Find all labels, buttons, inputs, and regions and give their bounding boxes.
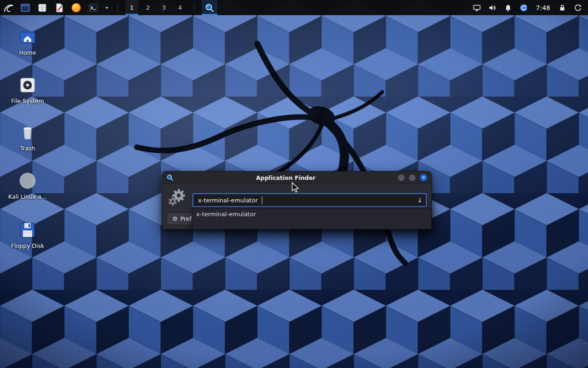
close-button[interactable]: ✕ (420, 174, 427, 181)
application-finder-panel-button[interactable] (202, 0, 217, 15)
updates-tray-button[interactable] (516, 0, 531, 15)
gear-icon: ⚙ (172, 215, 178, 222)
arrow-down-icon: ↓ (417, 196, 423, 204)
desktop-icon-home[interactable]: Home (6, 27, 50, 56)
trash-icon (17, 122, 38, 143)
session-logout-tray-button[interactable] (570, 0, 586, 15)
terminal-launcher[interactable] (86, 0, 100, 15)
close-icon: ✕ (422, 175, 425, 180)
application-finder-icon (166, 174, 174, 181)
desktop-icon-label: Home (6, 50, 50, 56)
search-icon (204, 3, 215, 13)
workspace-label: 4 (178, 4, 182, 11)
mouse-cursor (291, 182, 301, 193)
firefox-launcher[interactable] (69, 0, 83, 15)
desktop-icon-kali-linux[interactable]: Kali Linux a... (6, 171, 50, 200)
desktop-icon-label: Floppy Disk (6, 243, 50, 249)
workspace-label: 1 (130, 4, 134, 11)
top-panel: ▾ 1 2 3 4 (0, 0, 588, 15)
screen-lock-tray-button[interactable] (554, 0, 570, 15)
maximize-button[interactable] (409, 174, 416, 181)
terminal-dropdown-button[interactable]: ▾ (103, 0, 110, 15)
chevron-down-icon: ▾ (106, 5, 108, 10)
desktop-icon-file-system[interactable]: File System (6, 75, 50, 104)
text-editor-icon (54, 2, 65, 13)
hard-disk-icon (17, 75, 38, 95)
display-settings-tray-button[interactable] (469, 0, 485, 15)
display-icon (473, 4, 481, 12)
titlebar-buttons: ✕ (398, 174, 427, 181)
panel-separator (194, 4, 194, 12)
kali-logo-icon (3, 2, 14, 14)
completion-item[interactable]: x-terminal-emulator (192, 208, 431, 219)
workspace-button-3[interactable]: 3 (158, 0, 170, 15)
workspace-label: 3 (162, 4, 166, 11)
bell-icon (504, 4, 512, 12)
search-input-value: x-terminal-emulator (198, 197, 258, 204)
workspace-label: 2 (146, 4, 150, 11)
desktop-icon-floppy-disk[interactable]: Floppy Disk (6, 220, 50, 249)
minimize-button[interactable] (398, 174, 405, 181)
volume-tray-button[interactable] (485, 0, 500, 15)
combo-dropdown-button[interactable]: ↓ (414, 196, 426, 204)
desktop-icon-label: Trash (6, 145, 50, 152)
show-desktop-button[interactable] (18, 0, 32, 15)
home-folder-icon (17, 27, 38, 47)
window-title: Application Finder (174, 174, 398, 181)
text-caret (262, 196, 262, 204)
terminal-icon (88, 2, 99, 13)
power-icon (574, 4, 582, 12)
completion-popup: x-terminal-emulator (192, 208, 432, 230)
desktop-icon-label: Kali Linux a... (6, 194, 50, 200)
system-tray: 7:48 (469, 0, 588, 15)
sync-icon (520, 4, 528, 12)
completion-item-label: x-terminal-emulator (196, 211, 256, 218)
text-editor-launcher[interactable] (52, 0, 66, 15)
selected-app-gears-icon (167, 186, 188, 207)
search-input[interactable]: x-terminal-emulator ↓ (192, 193, 427, 207)
notifications-tray-button[interactable] (500, 0, 516, 15)
kali-installer-icon (17, 171, 38, 191)
workspace-button-1[interactable]: 1 (125, 0, 138, 15)
applications-menu-button[interactable] (1, 0, 15, 15)
window-icon (20, 2, 31, 13)
floppy-disk-icon (17, 220, 38, 240)
desktop-icon-trash[interactable]: Trash (6, 122, 50, 152)
panel-left-zone: ▾ 1 2 3 4 (0, 0, 217, 15)
lock-icon (558, 4, 566, 12)
workspace-button-4[interactable]: 4 (174, 0, 187, 15)
file-manager-icon (37, 2, 48, 13)
clock[interactable]: 7:48 (531, 4, 554, 12)
panel-separator (118, 4, 118, 12)
workspace-button-2[interactable]: 2 (141, 0, 154, 15)
desktop-icon-label: File System (6, 98, 50, 104)
firefox-icon (71, 2, 82, 13)
volume-icon (488, 4, 497, 12)
file-manager-launcher[interactable] (35, 0, 49, 15)
